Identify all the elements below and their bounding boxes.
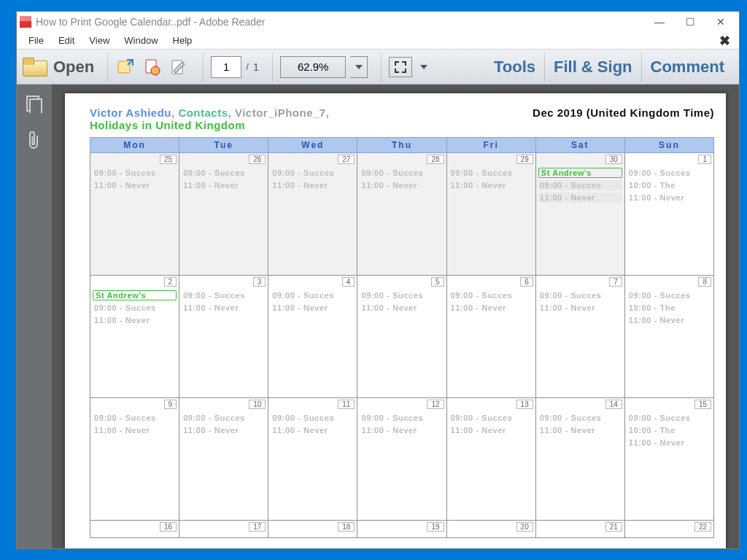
titlebar: How to Print Google Calendar..pdf - Adob… xyxy=(17,12,739,32)
calendar-cell: 309:00 - Succes11:00 - Never xyxy=(179,276,268,398)
svg-rect-0 xyxy=(118,61,130,73)
calendar-event: 09:00 - Succes xyxy=(93,413,177,423)
day-number: 16 xyxy=(160,522,177,532)
calendar-cell: 19 xyxy=(357,521,446,538)
page-number-input[interactable] xyxy=(211,56,241,78)
menu-view[interactable]: View xyxy=(82,34,117,47)
calendar-event: 09:00 - Succes xyxy=(627,290,711,300)
owner-4: Holidays in United Kingdom xyxy=(90,119,329,131)
menu-file[interactable]: File xyxy=(21,34,51,47)
day-number: 9 xyxy=(164,400,177,409)
side-panel xyxy=(17,85,52,548)
calendar-grid: MonTueWedThuFriSatSun 2509:00 - Succes11… xyxy=(90,137,714,538)
calendar-cell: 1409:00 - Succes11:00 - Never xyxy=(535,398,624,521)
calendar-event: 09:00 - Succes xyxy=(182,168,266,178)
day-header: Thu xyxy=(357,138,446,153)
calendar-event: 09:00 - Succes xyxy=(449,290,533,300)
calendar-cell: 18 xyxy=(268,521,357,538)
calendar-cell: 2St Andrew's09:00 - Succes11:00 - Never xyxy=(90,276,179,398)
calendar-cell: 409:00 - Succes11:00 - Never xyxy=(268,276,357,398)
view-options-dropdown[interactable] xyxy=(417,56,431,78)
calendar-cell: 1509:00 - Succes10:00 - The11:00 - Never xyxy=(624,398,713,521)
chevron-down-icon xyxy=(420,65,427,69)
calendar-event: 11:00 - Never xyxy=(627,315,711,325)
day-number: 21 xyxy=(605,522,622,532)
menu-edit[interactable]: Edit xyxy=(51,34,82,47)
calendar-event: 11:00 - Never xyxy=(627,438,711,448)
calendar-cell: 609:00 - Succes11:00 - Never xyxy=(446,276,535,398)
calendar-cell: 2509:00 - Succes11:00 - Never xyxy=(90,153,179,276)
calendar-owners: Victor Ashiedu, Contacts, Victor_iPhone_… xyxy=(90,106,329,131)
thumbnails-icon[interactable] xyxy=(25,95,44,114)
day-number: 17 xyxy=(249,522,266,532)
document-page: Victor Ashiedu, Contacts, Victor_iPhone_… xyxy=(65,93,726,548)
open-label: Open xyxy=(53,58,94,77)
day-header: Wed xyxy=(268,138,357,153)
zoom-controls: 62.9% xyxy=(272,52,375,82)
calendar-cell: 1009:00 - Succes11:00 - Never xyxy=(179,398,268,521)
calendar-event: 11:00 - Never xyxy=(182,180,266,190)
calendar-cell: 909:00 - Succes11:00 - Never xyxy=(90,398,179,521)
maximize-button[interactable]: ☐ xyxy=(675,16,705,28)
calendar-header: Victor Ashiedu, Contacts, Victor_iPhone_… xyxy=(90,106,714,131)
owner-1: Victor Ashiedu xyxy=(90,106,171,119)
calendar-event: 11:00 - Never xyxy=(360,180,444,190)
edit-pdf-icon[interactable] xyxy=(168,56,190,78)
calendar-event: 09:00 - Succes xyxy=(538,290,622,300)
calendar-event: 09:00 - Succes xyxy=(449,168,533,178)
calendar-cell: 2609:00 - Succes11:00 - Never xyxy=(179,153,268,276)
calendar-event: 09:00 - Succes xyxy=(271,413,355,423)
calendar-event: St Andrew's xyxy=(93,290,177,300)
calendar-event: 11:00 - Never xyxy=(182,425,266,435)
day-number: 1 xyxy=(698,155,711,164)
calendar-event: 11:00 - Never xyxy=(360,303,444,313)
attachments-icon[interactable] xyxy=(25,131,44,150)
zoom-dropdown-button[interactable] xyxy=(350,56,368,78)
calendar-cell: 509:00 - Succes11:00 - Never xyxy=(357,276,446,398)
calendar-cell: 30St Andrew's09:00 - Succes11:00 - Never xyxy=(535,153,624,276)
menu-window[interactable]: Window xyxy=(117,34,165,47)
day-header: Mon xyxy=(90,138,179,153)
tools-button[interactable]: Tools xyxy=(485,52,544,82)
page-total: 1 xyxy=(253,61,259,73)
calendar-event: 09:00 - Succes xyxy=(93,303,177,313)
calendar-event: St Andrew's xyxy=(538,168,622,178)
calendar-event: 11:00 - Never xyxy=(271,425,355,435)
document-viewport[interactable]: Victor Ashiedu, Contacts, Victor_iPhone_… xyxy=(52,85,739,548)
calendar-event: 11:00 - Never xyxy=(449,180,533,190)
calendar-event: 11:00 - Never xyxy=(538,192,622,203)
calendar-event: 10:00 - The xyxy=(627,303,711,313)
content-area: Victor Ashiedu, Contacts, Victor_iPhone_… xyxy=(17,85,739,548)
fill-sign-button[interactable]: Fill & Sign xyxy=(544,52,641,82)
calendar-event: 11:00 - Never xyxy=(271,180,355,190)
menu-help[interactable]: Help xyxy=(166,34,200,47)
calendar-event: 11:00 - Never xyxy=(538,303,622,313)
close-button[interactable]: ✕ xyxy=(705,16,736,28)
day-header: Fri xyxy=(446,138,535,153)
calendar-event: 09:00 - Succes xyxy=(182,290,266,300)
calendar-cell: 20 xyxy=(446,521,535,538)
zoom-level[interactable]: 62.9% xyxy=(280,56,346,78)
fit-page-button[interactable] xyxy=(389,57,412,77)
comment-button[interactable]: Comment xyxy=(641,52,733,82)
doc-close-button[interactable]: ✖ xyxy=(715,33,735,49)
pdf-icon xyxy=(20,16,31,28)
day-number: 26 xyxy=(249,155,266,164)
day-header: Tue xyxy=(179,138,268,153)
day-number: 11 xyxy=(338,400,355,409)
app-window: How to Print Google Calendar..pdf - Adob… xyxy=(16,11,740,549)
day-header: Sun xyxy=(624,138,713,153)
day-number: 10 xyxy=(249,400,266,409)
svg-point-2 xyxy=(151,66,160,75)
calendar-event: 11:00 - Never xyxy=(360,425,444,435)
export-pdf-icon[interactable] xyxy=(115,56,137,78)
day-number: 13 xyxy=(516,400,533,409)
calendar-event: 09:00 - Succes xyxy=(182,413,266,423)
minimize-button[interactable]: — xyxy=(644,16,675,28)
open-button[interactable]: Open xyxy=(23,58,94,77)
owner-3: Victor_iPhone_7 xyxy=(235,106,326,119)
day-number: 27 xyxy=(338,155,355,164)
calendar-event: 11:00 - Never xyxy=(538,425,622,435)
page-separator: / xyxy=(246,61,249,72)
create-pdf-icon[interactable] xyxy=(142,56,163,78)
